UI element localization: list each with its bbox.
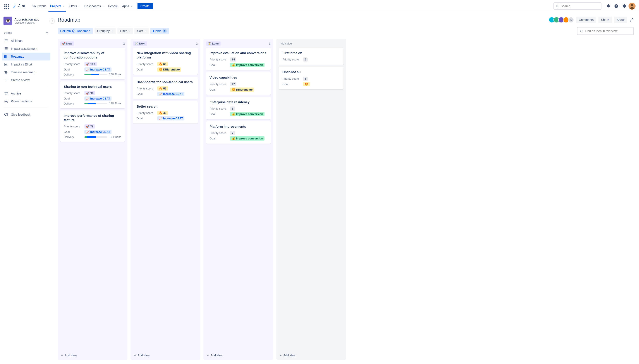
card-title: First-time ex <box>282 51 340 55</box>
project-name: Appreciation app <box>14 18 39 21</box>
goal-pill: 📈 Increase CSAT <box>157 92 184 96</box>
column-count: 3 <box>269 42 270 46</box>
plus-icon: + <box>280 354 282 357</box>
svg-point-22 <box>580 30 582 32</box>
add-idea-button[interactable]: + Add idea <box>279 351 344 357</box>
priority-pill: 🚀 90 <box>84 91 95 95</box>
add-idea-button[interactable]: + Add idea <box>206 351 270 357</box>
svg-line-23 <box>582 32 583 32</box>
priority-pill: 6 <box>303 58 308 62</box>
idea-card[interactable]: Improve performance of sharing featurePr… <box>60 110 125 142</box>
add-idea-button[interactable]: + Add idea <box>133 351 198 357</box>
column-header: No value <box>279 42 344 46</box>
gear-icon <box>4 99 8 104</box>
priority-pill: 6 <box>303 76 308 81</box>
column-header: 🕐 Next3 <box>133 42 198 46</box>
settings-icon[interactable] <box>621 2 628 10</box>
nav-link-filters[interactable]: Filters <box>67 1 82 12</box>
card-title: Platform improvements <box>210 124 267 129</box>
idea-card[interactable]: Improve discoverability of configuration… <box>60 48 125 79</box>
add-view-icon[interactable]: + <box>46 30 48 35</box>
find-idea-input[interactable] <box>585 29 631 33</box>
svg-rect-12 <box>4 55 6 58</box>
sidebar-item-impact-assessment[interactable]: Impact assessment <box>2 45 50 52</box>
svg-rect-16 <box>6 72 7 73</box>
sidebar-divider <box>4 108 49 108</box>
sidebar-feedback[interactable]: Give feedback <box>2 111 50 118</box>
project-icon: 👁️ <box>4 16 12 25</box>
sort-button[interactable]: Sort+ <box>134 28 148 34</box>
board-icon <box>4 54 8 59</box>
column-count: 3 <box>123 42 125 46</box>
svg-line-1 <box>558 6 559 7</box>
idea-card[interactable]: New integration with video sharing platf… <box>133 48 198 75</box>
card-title: Enterprise data residency <box>210 100 267 104</box>
about-button[interactable]: About <box>614 16 627 23</box>
search-input[interactable] <box>561 4 599 8</box>
goal-pill: 📈 Increase CSAT <box>157 116 184 120</box>
nav-link-apps[interactable]: Apps <box>120 1 134 12</box>
jira-logo[interactable]: Jira <box>12 4 25 9</box>
card-title: Improve performance of sharing feature <box>64 114 121 122</box>
priority-pill: 🚀 100 <box>84 62 97 66</box>
create-button[interactable]: Create <box>138 3 153 10</box>
goal-pill: 🤩 Differentiate <box>230 88 254 92</box>
nav-link-dashboards[interactable]: Dashboards <box>82 1 106 12</box>
svg-rect-15 <box>4 71 6 72</box>
priority-pill: 🔥 55 <box>157 86 168 90</box>
fields-button[interactable]: Fields4 <box>150 28 169 34</box>
sidebar-settings[interactable]: Project settings <box>2 97 50 105</box>
nav-icons: ? <box>605 2 636 10</box>
profile-avatar[interactable] <box>628 2 636 10</box>
idea-card[interactable]: Platform improvementsPriority score7Goal… <box>206 121 270 144</box>
idea-card[interactable]: Chat-bot suPriority score6Goal🤩 <box>279 67 344 89</box>
sidebar-archive[interactable]: Archive <box>2 90 50 97</box>
avatar-overflow[interactable]: +3 <box>568 17 574 23</box>
column-selector[interactable]: Column Roadmap <box>58 28 93 34</box>
nav-link-people[interactable]: People <box>106 1 120 12</box>
filter-button[interactable]: Filter+ <box>118 28 133 34</box>
svg-rect-14 <box>7 55 8 58</box>
svg-text:?: ? <box>616 4 617 8</box>
sidebar-item-create-a-view[interactable]: Create a view <box>2 76 50 84</box>
sidebar-item-impact-vs-effort[interactable]: Impact vs Effort <box>2 60 50 68</box>
delivery-progress: 13% Done <box>84 102 121 105</box>
timeline-icon <box>4 70 8 74</box>
notifications-icon[interactable] <box>605 2 612 10</box>
sidebar-item-all-ideas[interactable]: All ideas <box>2 37 50 45</box>
view-toolbar: Column Roadmap Group by+ Filter+ Sort+ F… <box>58 27 634 35</box>
add-idea-button[interactable]: + Add idea <box>60 351 125 357</box>
card-title: Improve discoverability of configuration… <box>64 51 121 60</box>
comments-button[interactable]: Comments <box>576 16 596 23</box>
column-count: 3 <box>196 42 198 46</box>
idea-card[interactable]: First-time exPriority score6 <box>279 48 344 64</box>
idea-card[interactable]: Enterprise data residencyPriority score8… <box>206 97 270 119</box>
idea-card[interactable]: Sharing to non-technical usersPriority s… <box>60 82 125 108</box>
project-header[interactable]: 👁️ Appreciation app Discovery project <box>2 16 50 29</box>
group-by-button[interactable]: Group by+ <box>94 28 116 34</box>
delivery-progress: 10% Done <box>84 136 121 138</box>
plus-icon <box>4 78 8 82</box>
find-idea-box[interactable] <box>577 27 634 35</box>
help-icon[interactable]: ? <box>613 2 620 10</box>
main-header: Roadmap +3 Comments Share About <box>58 16 634 23</box>
share-button[interactable]: Share <box>598 16 612 23</box>
nav-link-your-work[interactable]: Your work <box>30 1 48 12</box>
collaborator-avatars[interactable]: +3 <box>549 17 574 23</box>
svg-rect-17 <box>5 73 7 74</box>
collapse-sidebar-button[interactable]: ‹ <box>50 18 55 24</box>
column-later: ⏳ Later3Improve evaluation and conversio… <box>204 39 273 360</box>
app-switcher-icon[interactable] <box>4 4 9 9</box>
idea-card[interactable]: Better searchPriority score🔥 45Goal📈 Inc… <box>133 101 198 124</box>
card-title: Improve evaluation and conversions <box>210 51 267 55</box>
priority-pill: 27 <box>230 82 236 86</box>
sidebar-item-roadmap[interactable]: Roadmap <box>2 52 50 60</box>
idea-card[interactable]: Improve evaluation and conversionsPriori… <box>206 48 270 70</box>
nav-link-projects[interactable]: Projects <box>48 1 66 12</box>
idea-card[interactable]: Video capabilitiesPriority score27Goal🤩 … <box>206 72 270 94</box>
global-search[interactable] <box>554 2 602 10</box>
idea-card[interactable]: Dashboards for non-technical usersPriori… <box>133 77 198 99</box>
sidebar-item-timeline-roadmap[interactable]: Timeline roadmap <box>2 68 50 76</box>
svg-rect-13 <box>6 55 6 58</box>
expand-icon[interactable] <box>630 18 634 22</box>
